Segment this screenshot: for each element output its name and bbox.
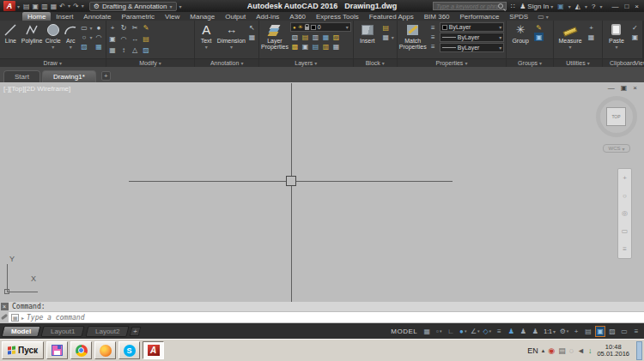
scale-icon[interactable]: △ bbox=[131, 45, 140, 54]
navigation-bar[interactable]: + ○ ◎ ▭ ≡ bbox=[617, 168, 632, 259]
full-nav-icon[interactable]: + bbox=[623, 174, 627, 182]
explode-icon[interactable]: ▤ bbox=[142, 34, 151, 43]
quick-select-icon[interactable]: + bbox=[586, 23, 596, 32]
offset-icon[interactable]: ▨ bbox=[142, 45, 151, 54]
move-icon[interactable]: + bbox=[108, 23, 118, 32]
create-block-icon[interactable]: ▤ bbox=[381, 23, 391, 32]
workspace-switcher[interactable]: ⚙ Drafting & Annotation ▾ bbox=[89, 2, 177, 11]
layer-match-icon[interactable]: ▨ bbox=[331, 33, 341, 41]
lineweight-select[interactable]: ByLayer ▾ bbox=[440, 33, 504, 42]
annotation-scale-person-icon[interactable]: ♟ bbox=[530, 326, 540, 337]
group-selection-icon[interactable]: ▣ bbox=[534, 33, 544, 41]
region-icon[interactable]: ▦ bbox=[94, 42, 104, 51]
tab-a360[interactable]: A360 bbox=[284, 12, 311, 21]
floppy-app-button[interactable] bbox=[46, 341, 68, 359]
linetype-select[interactable]: ByLayer ▾ bbox=[440, 43, 504, 52]
panel-label-properties[interactable]: Properties▾ bbox=[398, 58, 506, 67]
wcs-menu[interactable]: WCS▾ bbox=[603, 144, 630, 153]
app-menu-button[interactable]: A bbox=[3, 1, 15, 11]
tray-network-icon[interactable]: ◌ bbox=[569, 346, 574, 355]
stretch-icon[interactable]: ↕ bbox=[119, 45, 129, 54]
quick-properties-icon[interactable]: ▤ bbox=[583, 326, 593, 337]
annotation-scale-select[interactable]: 1:1▾ bbox=[542, 328, 557, 334]
edit-block-icon[interactable]: ▦ bbox=[381, 33, 391, 41]
model-space-label[interactable]: MODEL bbox=[391, 328, 417, 335]
grid-toggle-icon[interactable]: ▦ bbox=[422, 326, 432, 337]
rotate-icon[interactable]: ↻ bbox=[119, 23, 129, 32]
line-tool[interactable]: Line bbox=[2, 22, 20, 44]
sheet-icon[interactable]: ▥ bbox=[41, 3, 48, 10]
ellipse-icon[interactable]: ○ bbox=[80, 33, 89, 41]
match-properties-button[interactable]: Match Properties bbox=[399, 22, 427, 50]
copy-clip-icon[interactable]: ✓ bbox=[630, 23, 640, 32]
tray-volume-icon[interactable]: ◄ bbox=[577, 346, 585, 355]
layer-unisolate-icon[interactable]: ▩ bbox=[290, 42, 300, 51]
orbit-icon[interactable]: ▭ bbox=[622, 227, 629, 235]
tab-layout1[interactable]: Layout1 bbox=[40, 326, 85, 337]
new-layout-button[interactable]: + bbox=[130, 327, 142, 336]
tab-home[interactable]: Home bbox=[22, 12, 51, 21]
customization-menu-icon[interactable]: ≡ bbox=[631, 326, 641, 337]
start-button[interactable]: Пуск bbox=[2, 341, 44, 359]
tray-expand-icon[interactable]: ▴ bbox=[542, 347, 545, 354]
zoom-icon[interactable]: ◎ bbox=[622, 209, 628, 217]
viewport-close-icon[interactable]: × bbox=[633, 84, 637, 92]
tab-model[interactable]: Model bbox=[1, 326, 40, 337]
redo-icon[interactable]: ↷ bbox=[73, 3, 79, 10]
polar-tracking-icon[interactable]: ●▾ bbox=[458, 326, 468, 337]
dimension-tool[interactable]: ↔ Dimension ▾ bbox=[217, 22, 246, 51]
viewport-controls-label[interactable]: [-][Top][2D Wireframe] bbox=[3, 85, 70, 93]
hatch-icon[interactable]: ▨ bbox=[80, 42, 89, 51]
tab-annotate[interactable]: Annotate bbox=[78, 12, 116, 21]
app-menu-caret-icon[interactable]: ▾ bbox=[17, 3, 20, 9]
group-edit-icon[interactable]: ✎ bbox=[534, 23, 544, 32]
circle-tool[interactable]: Circle ▾ bbox=[44, 22, 62, 51]
command-input-row[interactable]: ▦ ▸ bbox=[9, 312, 644, 322]
mirror-icon[interactable]: ↔ bbox=[131, 34, 140, 43]
cut-clip-icon[interactable]: ▣ bbox=[630, 33, 640, 41]
store-caret-icon[interactable]: ▾ bbox=[585, 3, 587, 9]
layer-walk-icon[interactable]: ▦ bbox=[331, 42, 341, 51]
erase-icon[interactable]: ✎ bbox=[142, 23, 151, 32]
panel-label-utilities[interactable]: Utilities▾ bbox=[554, 58, 602, 67]
fillet-icon[interactable]: ◠ bbox=[119, 34, 129, 43]
isometric-drafting-icon[interactable]: ∠▾ bbox=[470, 326, 480, 337]
undo-icon[interactable]: ↶ bbox=[59, 3, 65, 10]
undo-caret-icon[interactable]: ▾ bbox=[68, 3, 70, 10]
tab-parametric[interactable]: Parametric bbox=[116, 12, 160, 21]
tab-view[interactable]: View bbox=[160, 12, 185, 21]
panel-label-annotation[interactable]: Annotation▾ bbox=[195, 58, 258, 67]
app-store-icon[interactable]: ◭ bbox=[575, 3, 580, 10]
tray-antivirus-icon[interactable]: ◉ bbox=[548, 346, 555, 355]
help-icon[interactable]: ? bbox=[592, 3, 595, 10]
ortho-mode-icon[interactable]: ∟ bbox=[446, 326, 456, 337]
layer-isolate-icon[interactable]: ▤ bbox=[301, 33, 310, 41]
graphics-performance-icon[interactable]: ▣ bbox=[595, 326, 605, 337]
trim-icon[interactable]: ✂ bbox=[131, 23, 140, 32]
autocad-taskbar-button[interactable]: A bbox=[143, 341, 164, 359]
panel-label-layers[interactable]: Layers▾ bbox=[259, 58, 353, 67]
layer-thaw-all-icon[interactable]: ▣ bbox=[301, 42, 310, 51]
help-caret-icon[interactable]: ▾ bbox=[599, 3, 602, 9]
lineweight-list-icon[interactable]: ≡ bbox=[428, 33, 438, 41]
panel-label-draw[interactable]: Draw▾ bbox=[0, 58, 106, 67]
minimize-button[interactable]: — bbox=[611, 3, 618, 10]
save-icon[interactable]: ▣ bbox=[33, 3, 39, 10]
clean-screen-icon[interactable]: ▭ bbox=[619, 326, 629, 337]
workspace-gear-icon[interactable]: ⚙▾ bbox=[559, 326, 569, 337]
lineweight-toggle-icon[interactable]: ≡ bbox=[494, 326, 504, 337]
linetype-list-icon[interactable]: ≡ bbox=[428, 23, 438, 32]
command-close-icon[interactable]: × bbox=[1, 303, 9, 310]
viewport-minimize-icon[interactable]: — bbox=[608, 84, 615, 92]
layer-select[interactable]: ● ☀ 0 ▾ bbox=[290, 22, 351, 32]
layer-unlock-icon[interactable]: ▤ bbox=[311, 42, 320, 51]
layer-freeze-icon[interactable]: ▥ bbox=[311, 33, 320, 41]
qat-customize-icon[interactable]: ▾ bbox=[179, 3, 182, 9]
wrench-icon[interactable] bbox=[1, 314, 8, 320]
tab-layout2[interactable]: Layout2 bbox=[85, 326, 130, 337]
table-icon[interactable]: ▦ bbox=[247, 33, 257, 41]
new-drawing-button[interactable]: + bbox=[101, 71, 111, 81]
snap-mode-icon[interactable]: ▫▾ bbox=[434, 326, 444, 337]
layer-properties-button[interactable]: Layer Properties bbox=[261, 22, 289, 50]
tab-add-ins[interactable]: Add-ins bbox=[251, 12, 284, 21]
